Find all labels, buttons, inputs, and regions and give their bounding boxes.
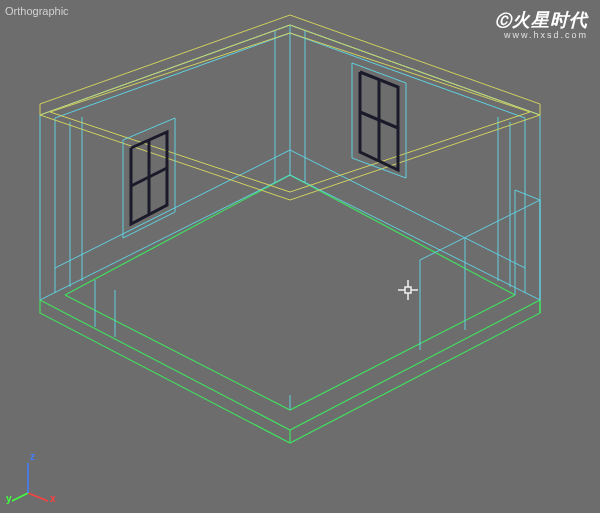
svg-line-7 xyxy=(290,175,540,300)
svg-line-19 xyxy=(290,150,525,268)
svg-line-10 xyxy=(290,33,525,118)
svg-line-34 xyxy=(28,493,48,501)
wireframe-3d-scene[interactable] xyxy=(0,0,600,513)
window-right xyxy=(352,63,406,178)
svg-line-35 xyxy=(12,493,28,501)
axis-gizmo[interactable]: x y z xyxy=(10,453,60,503)
svg-line-18 xyxy=(55,150,290,268)
svg-line-4 xyxy=(40,175,290,300)
axis-y-label: y xyxy=(6,493,12,504)
svg-line-9 xyxy=(55,33,290,118)
axis-z-label: z xyxy=(30,451,35,462)
window-left xyxy=(123,118,175,238)
axis-x-label: x xyxy=(50,493,56,504)
